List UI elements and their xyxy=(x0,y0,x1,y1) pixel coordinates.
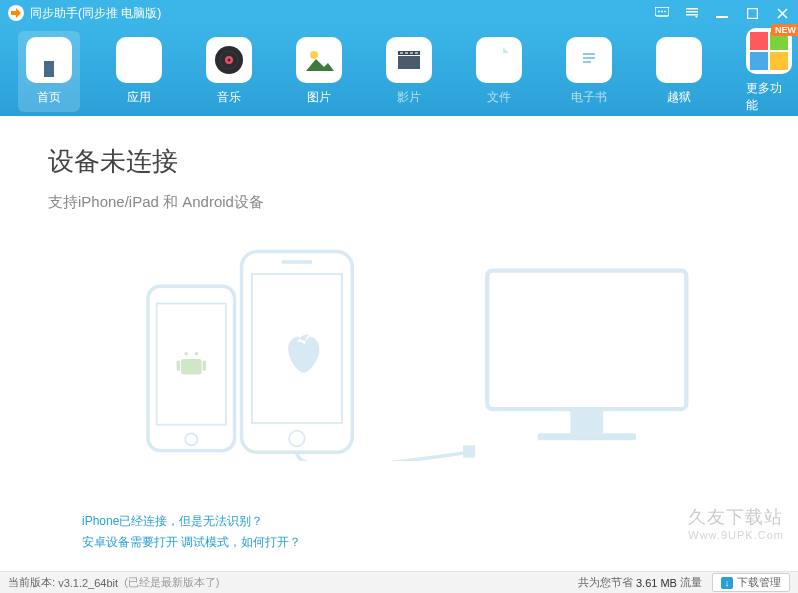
svg-rect-24 xyxy=(583,57,595,59)
tab-jailbreak[interactable]: 越狱 xyxy=(648,31,710,112)
download-manager-button[interactable]: ↓ 下载管理 xyxy=(712,573,790,592)
svg-rect-7 xyxy=(716,16,728,18)
svg-rect-9 xyxy=(44,61,54,77)
new-badge: NEW xyxy=(771,24,798,36)
svg-rect-8 xyxy=(747,8,757,18)
tab-label: 图片 xyxy=(307,89,331,106)
app-title: 同步助手(同步推 电脑版) xyxy=(30,5,654,22)
appstore-icon xyxy=(116,37,162,83)
download-manager-label: 下载管理 xyxy=(737,575,781,590)
tab-label: 应用 xyxy=(127,89,151,106)
window-controls xyxy=(654,5,790,21)
file-icon xyxy=(476,37,522,83)
svg-rect-6 xyxy=(686,14,698,16)
tab-label: 更多功能 xyxy=(746,80,792,114)
tab-movies[interactable]: 影片 xyxy=(378,31,440,112)
svg-rect-28 xyxy=(750,52,768,70)
help-links: iPhone已经连接，但是无法识别？ 安卓设备需要打开 调试模式，如何打开？ xyxy=(82,513,301,555)
svg-rect-4 xyxy=(686,8,698,10)
version-label: 当前版本: xyxy=(8,575,55,590)
picture-icon xyxy=(296,37,342,83)
svg-point-13 xyxy=(228,58,231,61)
svg-rect-43 xyxy=(487,271,686,409)
version-note: (已经是最新版本了) xyxy=(124,575,219,590)
main-toolbar: 首页 应用 音乐 图片 影片 文件 电子书 xyxy=(0,26,798,116)
tab-apps[interactable]: 应用 xyxy=(108,31,170,112)
svg-rect-21 xyxy=(415,52,418,54)
ebook-icon xyxy=(566,37,612,83)
music-disc-icon xyxy=(206,37,252,83)
svg-rect-44 xyxy=(570,409,603,433)
tab-files[interactable]: 文件 xyxy=(468,31,530,112)
svg-rect-37 xyxy=(203,361,206,371)
svg-rect-29 xyxy=(770,52,788,70)
svg-point-34 xyxy=(184,352,187,355)
minimize-button[interactable] xyxy=(714,5,730,21)
svg-rect-18 xyxy=(400,52,403,54)
svg-point-35 xyxy=(195,352,198,355)
svg-rect-45 xyxy=(537,433,636,440)
watermark: 久友下载站 Www.9UPK.Com xyxy=(688,505,784,541)
svg-rect-5 xyxy=(686,11,698,13)
status-bar: 当前版本: v3.1.2_64bit (已经是最新版本了) 共为您节省 3.61… xyxy=(0,571,798,593)
tab-home[interactable]: 首页 xyxy=(18,31,80,112)
title-bar: 同步助手(同步推 电脑版) xyxy=(0,0,798,26)
download-icon: ↓ xyxy=(721,577,733,589)
svg-rect-33 xyxy=(181,359,202,375)
menu-dropdown-icon[interactable] xyxy=(684,5,700,21)
svg-rect-42 xyxy=(463,445,475,457)
link-iphone-unrecognized[interactable]: iPhone已经连接，但是无法识别？ xyxy=(82,513,301,530)
maximize-button[interactable] xyxy=(744,5,760,21)
tab-ebooks[interactable]: 电子书 xyxy=(558,31,620,112)
svg-point-10 xyxy=(138,49,141,52)
tab-label: 音乐 xyxy=(217,89,241,106)
pineapple-icon xyxy=(656,37,702,83)
watermark-line2: Www.9UPK.Com xyxy=(688,529,784,541)
watermark-line1: 久友下载站 xyxy=(688,507,783,527)
tab-music[interactable]: 音乐 xyxy=(198,31,260,112)
link-android-debug[interactable]: 安卓设备需要打开 调试模式，如何打开？ xyxy=(82,534,301,551)
svg-point-32 xyxy=(185,433,197,445)
tab-label: 电子书 xyxy=(571,89,607,106)
tab-label: 越狱 xyxy=(667,89,691,106)
svg-point-15 xyxy=(310,51,318,59)
feedback-icon[interactable] xyxy=(654,5,670,21)
device-illustration xyxy=(0,236,798,461)
tab-more[interactable]: NEW 更多功能 xyxy=(738,22,798,120)
svg-rect-26 xyxy=(750,32,768,50)
svg-point-3 xyxy=(664,11,666,13)
tab-label: 影片 xyxy=(397,89,421,106)
store-icon xyxy=(26,37,72,83)
svg-rect-19 xyxy=(405,52,408,54)
saved-suffix: 流量 xyxy=(680,575,702,590)
film-icon xyxy=(386,37,432,83)
saved-prefix: 共为您节省 xyxy=(578,575,633,590)
tab-label: 首页 xyxy=(37,89,61,106)
version-value: v3.1.2_64bit xyxy=(58,577,118,589)
svg-point-1 xyxy=(658,11,660,13)
saved-amount: 3.61 MB xyxy=(636,577,677,589)
svg-rect-41 xyxy=(281,260,312,263)
svg-rect-25 xyxy=(583,61,591,63)
svg-point-2 xyxy=(661,11,663,13)
svg-rect-23 xyxy=(583,53,595,55)
close-button[interactable] xyxy=(774,5,790,21)
page-heading: 设备未连接 xyxy=(48,144,750,179)
svg-rect-20 xyxy=(410,52,413,54)
content-area: 设备未连接 支持iPhone/iPad 和 Android设备 xyxy=(0,116,798,571)
tab-label: 文件 xyxy=(487,89,511,106)
svg-rect-17 xyxy=(398,56,420,69)
svg-rect-36 xyxy=(177,361,180,371)
page-subtitle: 支持iPhone/iPad 和 Android设备 xyxy=(48,193,750,212)
tab-pictures[interactable]: 图片 xyxy=(288,31,350,112)
svg-rect-22 xyxy=(579,48,599,72)
app-logo-icon xyxy=(8,5,24,21)
